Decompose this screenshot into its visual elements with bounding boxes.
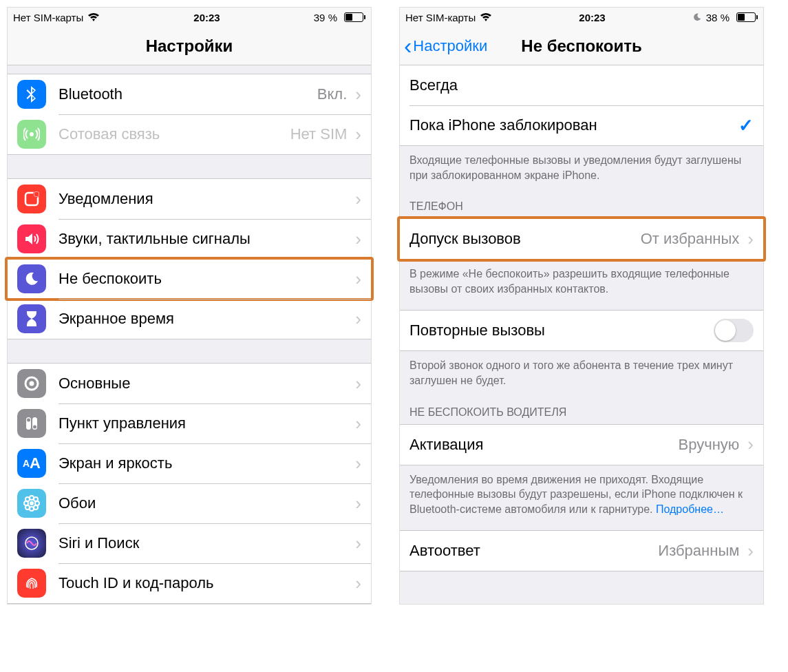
chevron-right-icon: ›: [355, 493, 361, 514]
row-allow-calls[interactable]: Допуск вызовов От избранных ›: [400, 219, 763, 259]
siri-icon: [17, 529, 46, 558]
chevron-right-icon: ›: [355, 573, 361, 594]
learn-more-link[interactable]: Подробнее…: [656, 503, 724, 515]
row-general[interactable]: Основные ›: [8, 364, 371, 403]
row-label: Не беспокоить: [58, 270, 352, 288]
carrier-text: Нет SIM-карты: [405, 12, 476, 23]
carrier-text: Нет SIM-карты: [13, 12, 83, 23]
fingerprint-icon: [17, 569, 46, 598]
dnd-moon-icon: [692, 12, 702, 22]
bluetooth-icon: [17, 80, 46, 109]
row-label: Звуки, тактильные сигналы: [58, 230, 352, 248]
row-detail: От избранных: [641, 230, 740, 248]
status-bar: Нет SIM-карты 20:23 38 %: [400, 8, 763, 27]
checkmark-icon: ✓: [738, 115, 754, 136]
row-siri[interactable]: Siri и Поиск ›: [8, 523, 371, 563]
activate-group: Активация Вручную ›: [400, 424, 763, 465]
chevron-right-icon: ›: [355, 373, 361, 395]
row-label: Уведомления: [58, 190, 352, 208]
text-size-icon: AA: [17, 449, 46, 478]
svg-point-18: [25, 505, 30, 510]
chevron-left-icon: ‹: [404, 32, 412, 59]
cellular-icon: [17, 120, 46, 149]
battery-pct: 38 %: [706, 12, 730, 23]
toggle-switch[interactable]: [714, 319, 754, 342]
chevron-right-icon: ›: [747, 540, 754, 562]
chevron-right-icon: ›: [355, 269, 361, 290]
row-label: Пункт управления: [58, 414, 352, 432]
settings-group-alerts: Уведомления › Звуки, тактильные сигналы …: [8, 178, 371, 339]
silence-options: Всегда Пока iPhone заблокирован ✓: [400, 65, 763, 146]
chevron-right-icon: ›: [355, 84, 361, 105]
back-label: Настройки: [413, 37, 487, 55]
chevron-right-icon: ›: [747, 229, 754, 250]
chevron-right-icon: ›: [355, 229, 361, 250]
svg-point-19: [34, 505, 38, 510]
clock-text: 20:23: [193, 12, 220, 23]
row-label: Основные: [58, 375, 352, 392]
chevron-right-icon: ›: [355, 189, 361, 210]
repeated-calls-group: Повторные вызовы: [400, 310, 763, 351]
settings-group-general: Основные › Пункт управления › AA Экран и…: [8, 363, 371, 604]
svg-point-0: [30, 132, 34, 136]
hourglass-icon: [17, 304, 46, 333]
sliders-icon: [17, 409, 46, 438]
moon-icon: [17, 264, 46, 293]
row-do-not-disturb[interactable]: Не беспокоить ›: [8, 259, 371, 299]
chevron-right-icon: ›: [355, 533, 361, 554]
row-display[interactable]: AA Экран и яркость ›: [8, 443, 371, 483]
row-label: Повторные вызовы: [409, 322, 714, 339]
back-button[interactable]: ‹ Настройки: [404, 27, 487, 65]
notifications-icon: [17, 185, 46, 213]
battery-icon: [734, 12, 758, 22]
chevron-right-icon: ›: [355, 413, 361, 434]
row-label: Всегда: [409, 76, 754, 94]
allow-calls-footer: В режиме «Не беспокоить» разрешить входя…: [400, 260, 763, 300]
status-bar: Нет SIM-карты 20:23 39 %: [8, 8, 371, 27]
row-screen-time[interactable]: Экранное время ›: [8, 299, 371, 339]
phone-header: ТЕЛЕФОН: [400, 187, 763, 218]
page-title: Не беспокоить: [521, 36, 641, 56]
row-label: Touch ID и код-пароль: [58, 574, 352, 592]
option-always[interactable]: Всегда: [400, 65, 763, 105]
row-label: Siri и Поиск: [58, 534, 352, 552]
row-label: Автоответ: [409, 542, 658, 560]
svg-point-10: [33, 426, 36, 429]
nav-bar: ‹ Настройки Не беспокоить: [400, 27, 763, 65]
svg-point-9: [27, 419, 30, 422]
row-bluetooth[interactable]: Bluetooth Вкл. ›: [8, 74, 371, 114]
row-detail: Нет SIM: [290, 125, 348, 143]
dnd-screen: Нет SIM-карты 20:23 38 % ‹ Настройки Не …: [399, 7, 764, 605]
gear-icon: [17, 369, 46, 398]
row-label: Экран и яркость: [58, 454, 352, 472]
nav-bar: Настройки: [8, 27, 371, 65]
chevron-right-icon: ›: [355, 308, 361, 330]
row-autoreply[interactable]: Автоответ Избранным ›: [400, 531, 763, 571]
row-label: Экранное время: [58, 310, 352, 328]
sounds-icon: [17, 224, 46, 253]
row-notifications[interactable]: Уведомления ›: [8, 179, 371, 219]
wifi-icon: [480, 12, 492, 22]
row-detail: Вручную: [679, 436, 740, 454]
row-activate[interactable]: Активация Вручную ›: [400, 425, 763, 465]
row-touch-id[interactable]: Touch ID и код-пароль ›: [8, 563, 371, 603]
chevron-right-icon: ›: [355, 124, 361, 145]
row-label: Обои: [58, 494, 352, 512]
row-wallpaper[interactable]: Обои ›: [8, 483, 371, 523]
row-label: Допуск вызовов: [409, 230, 641, 248]
row-sounds[interactable]: Звуки, тактильные сигналы ›: [8, 219, 371, 259]
autoreply-group: Автоответ Избранным ›: [400, 530, 763, 571]
svg-point-11: [30, 501, 34, 505]
activate-footer: Уведомления во время движения не приходя…: [400, 465, 763, 521]
allow-calls-group: Допуск вызовов От избранных ›: [400, 218, 763, 260]
row-repeated-calls[interactable]: Повторные вызовы: [400, 311, 763, 350]
wifi-icon: [87, 12, 100, 22]
row-control-center[interactable]: Пункт управления ›: [8, 403, 371, 443]
flower-icon: [17, 489, 46, 518]
row-label: Активация: [409, 436, 679, 454]
chevron-right-icon: ›: [747, 434, 754, 455]
option-while-locked[interactable]: Пока iPhone заблокирован ✓: [400, 105, 763, 145]
silence-footer: Входящие телефонные вызовы и уведомления…: [400, 146, 763, 187]
battery-pct: 39 %: [314, 12, 337, 23]
row-cellular[interactable]: Сотовая связь Нет SIM ›: [8, 114, 371, 154]
